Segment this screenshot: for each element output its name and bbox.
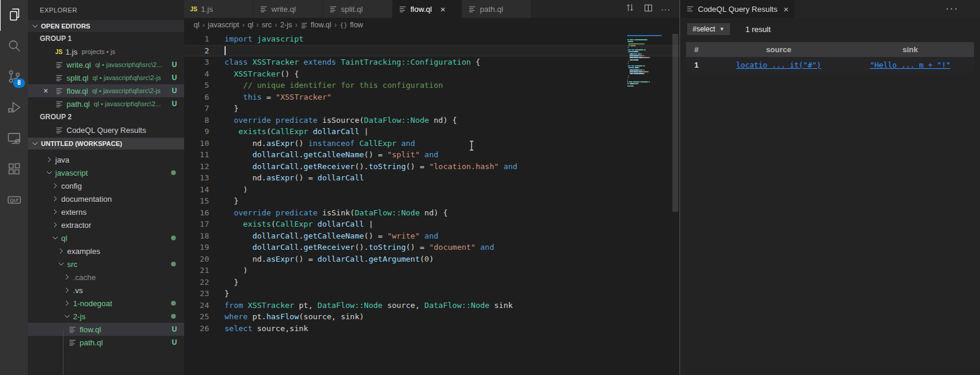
tab-codeql-query-results[interactable]: CodeQL Query Results ×: [680, 0, 795, 18]
code-line-10[interactable]: 10 nd.asExpr() instanceof CallExpr and: [184, 138, 679, 150]
ql-file-icon: [55, 74, 64, 82]
breadcrumb-item-flow[interactable]: {}flow: [340, 21, 363, 29]
code-line-12[interactable]: 12 dollarCall.getReceiver().toString() =…: [184, 161, 679, 173]
code-line-15[interactable]: 15 }: [184, 195, 679, 207]
open-editor-codeql-query-results[interactable]: CodeQL Query Results: [28, 123, 184, 136]
code-line-4[interactable]: 4 XSSTracker() {: [184, 68, 679, 80]
breadcrumb-item-ql[interactable]: ql: [248, 21, 254, 29]
close-icon[interactable]: ×: [440, 5, 445, 14]
activitybar-remote-explorer[interactable]: [0, 123, 28, 154]
more-icon[interactable]: ···: [657, 0, 675, 18]
code-editor[interactable]: 1import javascript23class XSSTracker ext…: [184, 32, 679, 375]
tree-item-label: src: [67, 260, 77, 269]
breadcrumb-item-javascript[interactable]: javascript: [208, 21, 239, 29]
code-line-20[interactable]: 20 nd.asExpr() = dollarCall.getArgument(…: [184, 253, 679, 265]
code-line-23[interactable]: 23}: [184, 288, 679, 300]
git-modified-dot: [171, 170, 176, 175]
code-line-1[interactable]: 1import javascript: [184, 33, 679, 45]
open-editor-path-ql[interactable]: path.qlql • javascript\ql\src\2...U: [28, 97, 184, 110]
code-line-7[interactable]: 7 }: [184, 103, 679, 115]
ql-file-icon: [68, 325, 77, 333]
ql-file-icon: [399, 5, 407, 13]
tree-item-extractor[interactable]: extractor: [28, 218, 184, 231]
tab-split-ql[interactable]: split.ql: [323, 0, 393, 18]
editor-scrollbar[interactable]: [672, 34, 678, 212]
code-line-18[interactable]: 18 dollarCall.getCalleeName() = "write" …: [184, 230, 679, 242]
tab-1-js[interactable]: JS1.js: [184, 0, 254, 18]
code-line-8[interactable]: 8 override predicate isSource(DataFlow::…: [184, 115, 679, 126]
open-changes-button[interactable]: [621, 0, 639, 18]
tree-item-path-ql[interactable]: path.qlU: [28, 336, 184, 349]
breadcrumb-item-2-js[interactable]: 2-js: [280, 21, 292, 29]
tree-item-javascript[interactable]: javascript: [28, 166, 184, 179]
tree-item-documentation[interactable]: documentation: [28, 192, 184, 205]
tab-write-ql[interactable]: write.ql: [254, 0, 323, 18]
breadcrumb-item-src[interactable]: src: [262, 21, 272, 29]
activitybar-explorer[interactable]: [0, 0, 29, 31]
activitybar-codeql[interactable]: QL: [0, 185, 28, 216]
tree-item-ql[interactable]: ql: [28, 231, 184, 244]
tree-item-cache[interactable]: .cache: [28, 271, 184, 284]
minimap-line: [627, 81, 670, 82]
code-line-6[interactable]: 6 this = "XSSTracker": [184, 91, 679, 103]
code-line-26[interactable]: 26select source,sink: [184, 323, 679, 335]
open-editor-write-ql[interactable]: write.qlql • javascript\ql\src\2...U: [28, 58, 184, 71]
tab-flow-ql[interactable]: flow.ql×: [393, 0, 462, 18]
code-line-13[interactable]: 13 nd.asExpr() = dollarCall: [184, 172, 679, 184]
tree-item-examples[interactable]: examples: [28, 244, 184, 258]
code-line-3[interactable]: 3class XSSTracker extends TaintTracking:…: [184, 56, 679, 68]
breadcrumb-item-ql[interactable]: ql: [194, 21, 200, 29]
sink-link[interactable]: "Hello ... m + "!": [870, 61, 950, 69]
activitybar-run-debug[interactable]: [0, 93, 28, 123]
code-line-11[interactable]: 11 dollarCall.getCalleeName() = "split" …: [184, 149, 679, 161]
code-line-16[interactable]: 16 override predicate isSink(DataFlow::N…: [184, 207, 679, 219]
code-line-24[interactable]: 24from XSSTracker pt, DataFlow::Node sou…: [184, 300, 679, 312]
ql-file-icon: [55, 61, 64, 69]
code-line-22[interactable]: 22 }: [184, 277, 679, 288]
line-number: 16: [184, 207, 225, 219]
code-line-text: dollarCall.getCalleeName() = "write" and: [225, 230, 438, 242]
minimap-line: [627, 39, 670, 40]
code-line-14[interactable]: 14 ): [184, 184, 679, 196]
tree-item-config[interactable]: config: [28, 179, 184, 192]
code-line-5[interactable]: 5 // unique identifier for this configur…: [184, 80, 679, 91]
tree-item-2-js[interactable]: 2-js: [28, 310, 184, 323]
open-editor-flow-ql[interactable]: ×flow.qlql • javascript\ql\src\2-jsU: [28, 84, 184, 97]
line-number: 5: [184, 80, 225, 91]
tree-item-flow-ql[interactable]: flow.qlU: [28, 323, 184, 336]
code-line-25[interactable]: 25where pt.hasFlow(source, sink): [184, 311, 679, 323]
open-editor-1-js[interactable]: JS1.jsprojects • js: [28, 45, 184, 58]
code-line-17[interactable]: 17 exists(CallExpr dollarCall |: [184, 218, 679, 230]
breadcrumb-item-flow-ql[interactable]: flow.ql: [301, 21, 331, 29]
minimap-line: [627, 41, 670, 42]
tree-item-externs[interactable]: externs: [28, 205, 184, 218]
activitybar-source-control[interactable]: 8: [0, 62, 28, 93]
chevron-right-icon: [56, 246, 66, 256]
close-icon[interactable]: ×: [783, 5, 789, 14]
code-line-2[interactable]: 2: [184, 45, 679, 57]
open-editors-header[interactable]: OPEN EDITORS: [28, 20, 184, 32]
tree-item-src[interactable]: src: [28, 258, 184, 271]
code-line-19[interactable]: 19 dollarCall.getReceiver().toString() =…: [184, 241, 679, 253]
open-editor-split-ql[interactable]: split.qlql • javascript\ql\src\2-jsU: [28, 71, 184, 84]
source-link[interactable]: locatio ... it("#"): [736, 61, 821, 69]
tree-item-label: .vs: [73, 286, 83, 295]
workspace-header[interactable]: UNTITLED (WORKSPACE): [28, 138, 184, 150]
minimap[interactable]: [627, 35, 670, 87]
tree-item-vs[interactable]: .vs: [28, 284, 184, 297]
tree-item-java[interactable]: java: [28, 153, 184, 166]
code-line-21[interactable]: 21 ): [184, 265, 679, 277]
more-actions-icon[interactable]: ···: [946, 0, 959, 18]
tab-path-ql[interactable]: path.ql: [462, 0, 532, 18]
activitybar-extensions[interactable]: [0, 154, 28, 185]
tree-item-1-nodegoat[interactable]: 1-nodegoat: [28, 297, 184, 310]
open-editors-list: GROUP 1JS1.jsprojects • jswrite.qlql • j…: [28, 32, 184, 136]
close-icon[interactable]: ×: [41, 86, 50, 96]
chevron-down-icon: ▼: [719, 26, 725, 32]
results-table-header: #sourcesink: [686, 42, 974, 57]
results-tab-label: CodeQL Query Results: [698, 5, 777, 14]
code-line-9[interactable]: 9 exists(CallExpr dollarCall |: [184, 126, 679, 138]
activitybar-search[interactable]: [0, 31, 28, 62]
split-editor-button[interactable]: [639, 0, 657, 18]
select-dropdown[interactable]: #select ▼: [687, 23, 730, 35]
